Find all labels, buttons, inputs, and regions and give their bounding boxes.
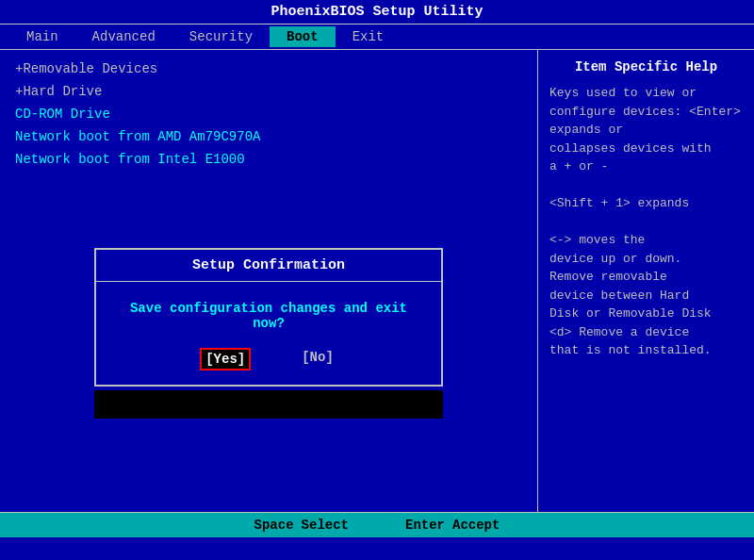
menu-item-boot[interactable]: Boot	[270, 26, 336, 47]
menu-item-advanced[interactable]: Advanced	[75, 26, 172, 47]
left-with-overlay: +Removable Devices+Hard DriveCD-ROM Driv…	[0, 50, 537, 512]
menu-bar: MainAdvancedSecurityBootExit	[0, 24, 754, 50]
dialog-title: Setup Confirmation	[96, 250, 441, 282]
modal-overlay: Setup Confirmation Save configuration ch…	[0, 102, 537, 560]
right-panel-title: Item Specific Help	[549, 59, 743, 74]
right-panel: Item Specific Help Keys used to view or …	[537, 50, 754, 512]
dialog-buttons: [Yes] [No]	[115, 348, 422, 371]
no-button[interactable]: [No]	[298, 348, 337, 371]
black-bar	[94, 390, 443, 419]
boot-item[interactable]: +Removable Devices	[15, 61, 522, 76]
app-title: PhoenixBIOS Setup Utility	[270, 4, 483, 20]
dialog: Setup Confirmation Save configuration ch…	[94, 248, 443, 387]
dialog-body: Save configuration changes and exit now?…	[96, 282, 441, 385]
title-bar: PhoenixBIOS Setup Utility	[0, 0, 754, 24]
dialog-message: Save configuration changes and exit now?	[115, 301, 422, 331]
yes-button[interactable]: [Yes]	[200, 348, 251, 371]
boot-item[interactable]: +Hard Drive	[15, 84, 522, 99]
menu-item-security[interactable]: Security	[172, 26, 270, 47]
menu-item-main[interactable]: Main	[9, 26, 75, 47]
right-panel-text: Keys used to view or configure devices: …	[549, 84, 743, 360]
menu-item-exit[interactable]: Exit	[336, 26, 402, 47]
